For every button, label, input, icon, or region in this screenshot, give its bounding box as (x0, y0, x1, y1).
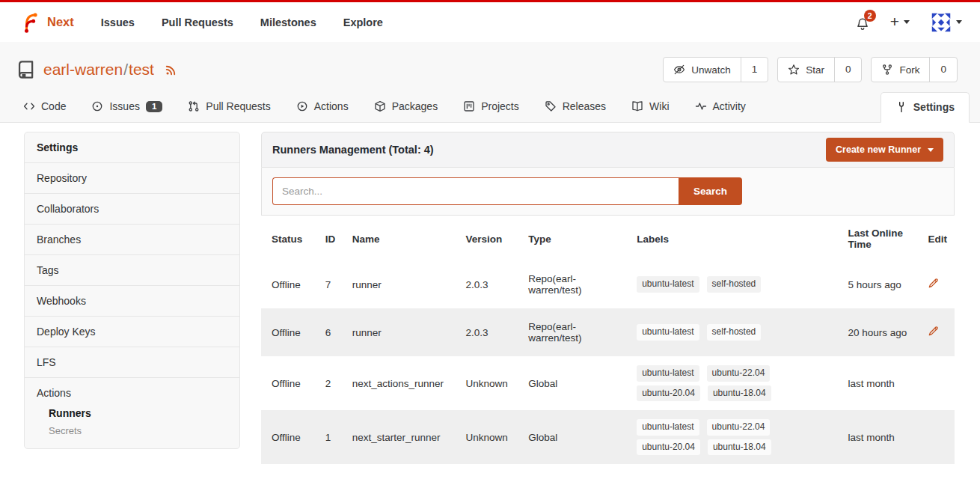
runner-label-chip: ubuntu-latest (637, 324, 699, 341)
star-count[interactable]: 0 (834, 58, 862, 82)
runner-type: Global (521, 410, 629, 464)
sidebar-item-webhooks[interactable]: Webhooks (25, 286, 239, 317)
runner-name: next_starter_runner (345, 410, 459, 464)
edit-runner-button[interactable] (928, 278, 939, 289)
home-brand[interactable]: Next (18, 11, 74, 34)
pencil-icon (928, 326, 939, 337)
main-nav: Issues Pull Requests Milestones Explore (101, 16, 383, 28)
forgejo-logo-icon (18, 11, 40, 34)
runner-label-chip: self-hosted (707, 276, 762, 293)
runner-edit-cell (920, 260, 955, 308)
create-runner-button[interactable]: Create new Runner (826, 138, 943, 162)
sidebar-item-deploy-keys[interactable]: Deploy Keys (25, 317, 239, 347)
create-runner-label: Create new Runner (836, 144, 921, 155)
star-button-group: Star 0 (777, 57, 862, 82)
tab-actions[interactable]: Actions (284, 93, 361, 122)
tab-issues[interactable]: Issues 1 (79, 93, 175, 122)
project-icon (463, 100, 475, 112)
search-bar: Search (261, 168, 955, 216)
fork-count[interactable]: 0 (929, 58, 957, 82)
tab-label: Issues (109, 100, 139, 112)
tab-label: Code (41, 100, 66, 112)
repo-owner-link[interactable]: earl-warren (43, 61, 123, 78)
tab-releases[interactable]: Releases (532, 93, 619, 122)
sidebar-item-branches[interactable]: Branches (25, 225, 239, 255)
runner-label-chip: ubuntu-20.04 (637, 439, 700, 456)
repo-icon (16, 60, 36, 79)
tab-code[interactable]: Code (10, 93, 79, 122)
sidebar-item-actions[interactable]: Actions (25, 386, 239, 404)
sidebar-item-repository[interactable]: Repository (25, 163, 239, 194)
nav-pull-requests[interactable]: Pull Requests (162, 16, 233, 28)
runner-label-chip: ubuntu-latest (637, 276, 699, 293)
column-header: Edit (920, 217, 955, 260)
star-button[interactable]: Star (778, 58, 834, 82)
pencil-icon (928, 278, 939, 289)
tab-activity[interactable]: Activity (682, 93, 759, 122)
runner-version: 2.0.3 (459, 260, 521, 308)
tab-packages[interactable]: Packages (361, 93, 450, 122)
runner-labels: ubuntu-latestubuntu-22.04ubuntu-20.04ubu… (629, 356, 840, 410)
runner-version: 2.0.3 (459, 308, 521, 356)
runner-label-chip: ubuntu-latest (637, 365, 699, 382)
runner-labels: ubuntu-latestself-hosted (629, 260, 840, 308)
column-header: ID (318, 217, 345, 260)
edit-runner-button[interactable] (928, 326, 939, 337)
tab-wiki[interactable]: Wiki (619, 93, 682, 122)
package-icon (374, 100, 386, 112)
runner-table-body: Offline 7 runner 2.0.3 Repo(earl-warren/… (261, 260, 955, 464)
create-menu-button[interactable]: + (890, 15, 910, 29)
play-circle-icon (296, 100, 308, 112)
notification-count-badge: 2 (864, 10, 876, 22)
table-row: Offline 6 runner 2.0.3 Repo(earl-warren/… (261, 308, 955, 356)
search-button[interactable]: Search (679, 177, 742, 205)
watch-count[interactable]: 1 (741, 58, 768, 82)
tab-projects[interactable]: Projects (450, 93, 532, 122)
sidebar-item-lfs[interactable]: LFS (25, 347, 239, 378)
repo-separator: / (123, 61, 128, 78)
unwatch-label: Unwatch (691, 64, 731, 76)
runner-version: Unknown (459, 356, 521, 410)
sidebar-item-collaborators[interactable]: Collaborators (25, 194, 239, 225)
fork-button-group: Fork 0 (871, 57, 958, 82)
sidebar-subitem-runners[interactable]: Runners (25, 404, 239, 422)
table-row: Offline 7 runner 2.0.3 Repo(earl-warren/… (261, 260, 955, 308)
repo-name-link[interactable]: test (129, 61, 154, 78)
runner-name: next_actions_runner (345, 356, 459, 410)
runner-labels: ubuntu-latestubuntu-22.04ubuntu-20.04ubu… (629, 410, 840, 464)
brand-label: Next (47, 15, 74, 29)
runners-panel: Runners Management (Total: 4) Create new… (261, 132, 955, 464)
tab-settings[interactable]: Settings (881, 92, 970, 123)
nav-issues[interactable]: Issues (101, 16, 135, 28)
runner-label-chip: ubuntu-22.04 (707, 419, 771, 436)
runner-label-chip: ubuntu-22.04 (707, 365, 771, 382)
repo-tabs: Code Issues 1 Pull Requests (0, 82, 980, 122)
fork-icon (881, 64, 893, 76)
sidebar-item-tags[interactable]: Tags (25, 255, 239, 286)
notifications-button[interactable]: 2 (856, 14, 869, 31)
runner-type: Global (521, 356, 629, 410)
chevron-down-icon (928, 148, 934, 152)
tools-icon (895, 101, 907, 113)
sidebar-subitem-secrets[interactable]: Secrets (25, 422, 239, 439)
rss-icon[interactable] (165, 63, 178, 76)
runner-status: Offline (261, 308, 318, 356)
nav-explore[interactable]: Explore (343, 16, 383, 28)
runner-edit-cell (920, 410, 955, 464)
column-header: Version (459, 217, 521, 260)
tab-label: Activity (713, 100, 746, 112)
repo-title: earl-warren/test (16, 60, 178, 79)
user-menu-button[interactable] (931, 12, 962, 33)
search-input[interactable] (272, 177, 679, 205)
runner-name: runner (345, 260, 459, 308)
runner-last-online: 20 hours ago (840, 308, 920, 356)
nav-milestones[interactable]: Milestones (260, 16, 316, 28)
runner-edit-cell (920, 356, 955, 410)
unwatch-button[interactable]: Unwatch (664, 58, 741, 82)
sidebar-header: Settings (25, 132, 239, 163)
fork-button[interactable]: Fork (872, 58, 929, 82)
column-header: Labels (629, 217, 840, 260)
runner-version: Unknown (459, 410, 521, 464)
page-content: Settings Repository Collaborators Branch… (0, 123, 980, 464)
tab-pull-requests[interactable]: Pull Requests (175, 93, 283, 122)
